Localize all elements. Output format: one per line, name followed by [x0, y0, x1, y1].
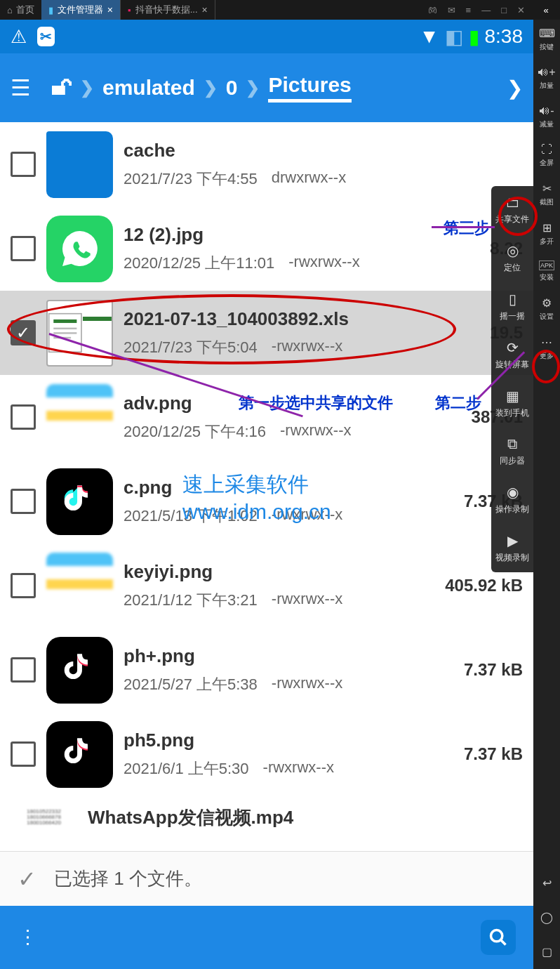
label: 加量 — [540, 81, 554, 91]
shake-button[interactable]: ▯摇一摇 — [491, 282, 533, 331]
home-nav-button[interactable]: ◯ — [533, 900, 560, 935]
file-row[interactable]: cache 2021/7/23 下午4:55drwxrwx--x — [0, 122, 533, 206]
inner-side-panel: 🗀共享文件 ◎定位 ▯摇一摇 ⟳旋转屏幕 ▦装到手机 ⧉同步器 ◉操作录制 ▶视… — [491, 186, 533, 572]
tab-douyin[interactable]: ▪ 抖音快手数据... × — [121, 0, 215, 20]
rotate-button[interactable]: ⟳旋转屏幕 — [491, 331, 533, 379]
file-list[interactable]: cache 2021/7/23 下午4:55drwxrwx--x 12 (2).… — [0, 122, 533, 851]
file-perm: -rwxrwx--x — [280, 421, 351, 442]
rotate-icon: ⟳ — [507, 339, 519, 356]
volume-up-button[interactable]: 🔊︎+加量 — [533, 59, 560, 98]
file-date: 2021/7/23 下午5:04 — [124, 337, 258, 358]
label: 按键 — [540, 42, 554, 52]
keymap-button[interactable]: ⌨︎按键 — [533, 20, 560, 59]
label: 旋转屏幕 — [495, 359, 529, 371]
tab-file-manager[interactable]: ▮ 文件管理器 × — [41, 0, 121, 20]
bottom-bar: ⋯ — [0, 906, 533, 969]
more-icon: ⋯ — [541, 336, 552, 349]
screenshot-button[interactable]: ✂︎截图 — [533, 175, 560, 214]
phone-icon: ▯ — [509, 291, 516, 308]
fullscreen-button[interactable]: ⛶全屏 — [533, 136, 560, 175]
label: 视频录制 — [495, 552, 529, 564]
recent-button[interactable]: ▢ — [533, 935, 560, 969]
unlock-icon[interactable]: 🔓︎ — [52, 76, 73, 100]
file-row[interactable]: adv.png 2020/12/25 下午4:16-rwxrwx--x 387.… — [0, 375, 533, 459]
tiktok-icon — [46, 637, 113, 704]
file-perm: -rwxrwx--x — [288, 253, 359, 274]
battery-icon: ▮ — [469, 25, 479, 48]
file-name: keyiyi.png — [124, 561, 428, 583]
file-perm: drwxrwx--x — [272, 169, 346, 190]
file-row[interactable]: 12 (2).jpg 2020/12/25 上午11:01-rwxrwx--x … — [0, 206, 533, 291]
checkbox[interactable] — [11, 573, 36, 598]
sync-button[interactable]: ⧉同步器 — [491, 428, 533, 475]
home-button[interactable]: ⌂首页 — [0, 4, 41, 16]
signal-icon: ◧ — [445, 25, 463, 48]
install-phone-button[interactable]: ▦装到手机 — [491, 379, 533, 428]
menu-icon[interactable]: ☰ — [11, 74, 31, 101]
label: 同步器 — [500, 455, 525, 467]
multi-open-button[interactable]: ⊞多开 — [533, 214, 560, 253]
checkbox[interactable] — [11, 152, 36, 177]
settings-button[interactable]: ⚙︎设置 — [533, 289, 560, 329]
file-row[interactable]: 180105223321801066687818001066420 WhatsA… — [0, 796, 533, 838]
checkbox[interactable] — [11, 657, 36, 683]
volume-up-icon: 🔊︎+ — [538, 66, 555, 79]
back-icon: ↩ — [542, 876, 552, 890]
clock: 8:38 — [485, 25, 524, 48]
close-icon[interactable]: × — [202, 4, 208, 15]
check-icon[interactable]: ✓ — [18, 866, 36, 892]
file-row[interactable]: keyiyi.png 2021/1/12 下午3:21-rwxrwx--x 40… — [0, 543, 533, 628]
maximize-icon[interactable]: □ — [501, 5, 507, 15]
label: 减量 — [540, 119, 554, 129]
keyboard-icon: ⌨︎ — [539, 27, 555, 40]
gamepad-icon[interactable]: 🎮︎ — [428, 5, 437, 15]
svg-line-6 — [501, 940, 506, 945]
locate-button[interactable]: ◎定位 — [491, 234, 533, 282]
crumb-emulated[interactable]: emulated — [102, 76, 195, 100]
checkbox[interactable] — [11, 404, 36, 430]
more-icon[interactable]: ⋯ — [17, 927, 40, 948]
file-date: 2021/5/13 下午1:02 — [124, 506, 258, 527]
crumb-pictures[interactable]: Pictures — [268, 73, 351, 103]
file-name: ph5.png — [124, 730, 428, 751]
file-size: 7.37 kB — [439, 744, 523, 764]
checkbox[interactable] — [11, 236, 36, 261]
close-icon[interactable]: × — [107, 4, 113, 15]
file-perm: -rwxrwx--x — [272, 506, 342, 527]
file-date: 2021/1/12 下午3:21 — [124, 590, 258, 611]
file-row[interactable]: ph5.png 2021/6/1 上午5:30-rwxrwx--x 7.37 k… — [0, 712, 533, 796]
file-row[interactable]: c.png 2021/5/13 下午1:02-rwxrwx--x 7.37 kB — [0, 459, 533, 543]
file-name: c.png — [124, 477, 428, 499]
install-apk-button[interactable]: APK安装 — [533, 253, 560, 289]
search-button[interactable] — [481, 920, 516, 955]
chevron-right-icon[interactable]: ❯ — [507, 77, 523, 100]
video-icon: ▶ — [507, 532, 518, 549]
home-nav-icon: ◯ — [540, 911, 553, 924]
svg-rect-4 — [53, 337, 71, 338]
file-row-selected[interactable]: ✓ 2021-07-13_104003892.xls 2021/7/23 下午5… — [0, 291, 533, 375]
chevron-right-icon: ❯ — [204, 78, 218, 98]
back-button[interactable]: ↩ — [533, 866, 560, 900]
chevron-right-icon: ❯ — [80, 78, 94, 98]
label: 安装 — [540, 272, 554, 282]
record-video-button[interactable]: ▶视频录制 — [491, 524, 533, 572]
checkbox[interactable] — [11, 489, 36, 514]
crumb-zero[interactable]: 0 — [226, 76, 238, 100]
tab-label: 抖音快手数据... — [135, 4, 198, 16]
share-file-button[interactable]: 🗀共享文件 — [491, 186, 533, 234]
checkbox-checked[interactable]: ✓ — [11, 320, 36, 345]
svg-rect-2 — [53, 328, 76, 329]
chevron-right-icon: ❯ — [246, 78, 260, 98]
mail-icon[interactable]: ✉︎ — [448, 5, 455, 15]
whatsapp-icon — [46, 216, 113, 282]
close-window-icon[interactable]: ✕ — [517, 5, 525, 15]
file-row[interactable]: ph+.png 2021/5/27 上午5:38-rwxrwx--x 7.37 … — [0, 628, 533, 712]
menu-icon[interactable]: ≡ — [466, 5, 472, 15]
checkbox[interactable] — [11, 741, 36, 767]
minimize-icon[interactable]: — — [481, 5, 491, 15]
volume-down-button[interactable]: 🔊︎-减量 — [533, 98, 560, 136]
more-button[interactable]: ⋯更多 — [533, 329, 560, 368]
record-op-button[interactable]: ◉操作录制 — [491, 475, 533, 524]
app-icon: ▪ — [128, 5, 131, 15]
expand-icon[interactable]: « — [532, 5, 560, 15]
